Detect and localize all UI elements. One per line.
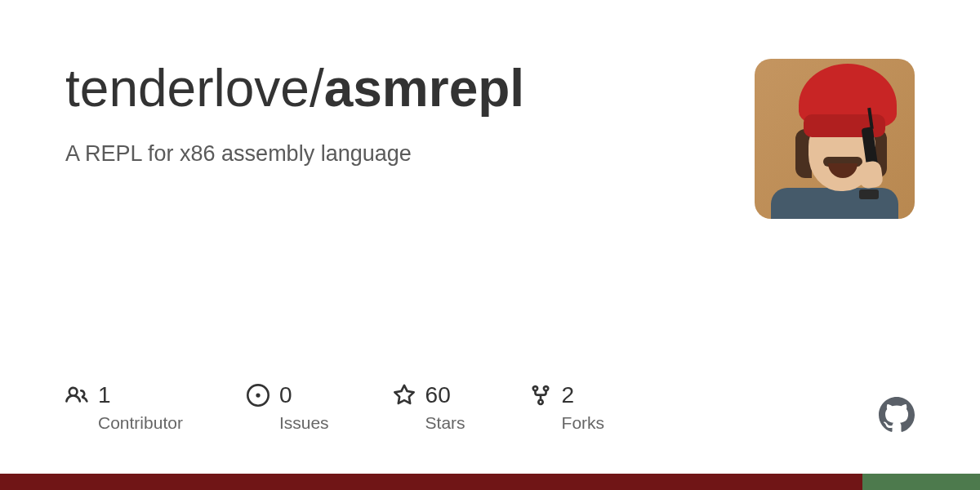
repo-description: A REPL for x86 assembly language — [65, 139, 725, 170]
stat-stars[interactable]: 60 Stars — [393, 382, 466, 433]
stat-issues[interactable]: 0 Issues — [247, 382, 329, 433]
stat-label: Forks — [562, 413, 605, 433]
language-bar — [0, 474, 980, 490]
stat-value: 1 — [98, 382, 111, 408]
repo-stats: 1 Contributor 0 Issues 60 Stars 2 Forks — [65, 382, 604, 433]
stat-label: Contributor — [98, 413, 183, 433]
star-icon — [393, 384, 416, 407]
stat-value: 0 — [279, 382, 292, 408]
stat-value: 60 — [425, 382, 451, 408]
repo-owner[interactable]: tenderlove — [65, 59, 310, 118]
stat-label: Stars — [425, 413, 466, 433]
fork-icon — [529, 384, 552, 407]
stat-contributors[interactable]: 1 Contributor — [65, 382, 183, 433]
github-logo-icon[interactable] — [879, 397, 915, 433]
language-segment-secondary — [862, 474, 980, 490]
owner-avatar[interactable] — [755, 59, 915, 219]
stat-label: Issues — [279, 413, 329, 433]
stat-forks[interactable]: 2 Forks — [529, 382, 605, 433]
repo-name[interactable]: asmrepl — [324, 59, 524, 118]
language-segment-primary — [0, 474, 862, 490]
stat-value: 2 — [562, 382, 575, 408]
issue-icon — [247, 384, 270, 407]
repo-title: tenderlove/asmrepl — [65, 59, 725, 119]
people-icon — [65, 384, 88, 407]
